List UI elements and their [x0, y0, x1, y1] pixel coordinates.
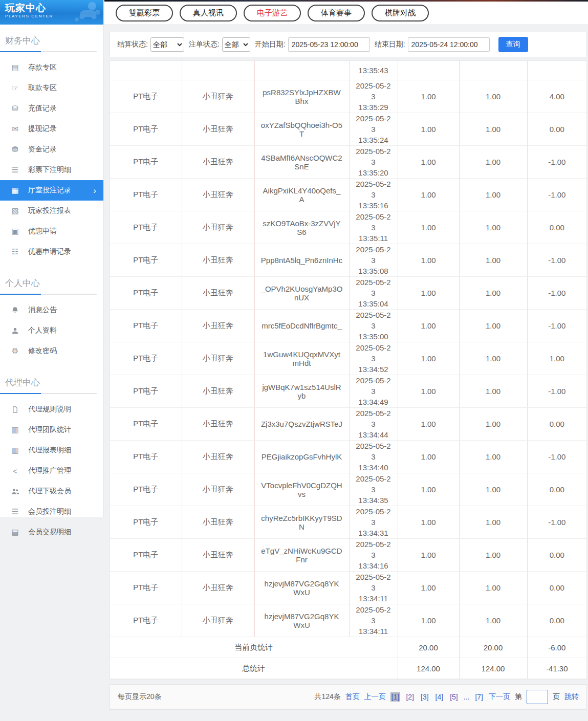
cell-order: szKO9TAoBx-3zZVVjYS6 [254, 211, 349, 244]
page-link-3[interactable]: [3] [420, 692, 430, 702]
cell-bet: 1.00 [398, 539, 459, 572]
first-page-link[interactable]: 首页 [345, 692, 360, 702]
time-clock: 13:35:04 [356, 298, 391, 309]
sidebar-item-label: 代理规则说明 [28, 405, 71, 414]
start-date-input[interactable] [288, 37, 370, 52]
table-row: PT电子小丑狂奔szKO9TAoBx-3zZVVjYS62025-05-2313… [110, 211, 586, 244]
cell-bet: 1.00 [398, 375, 459, 408]
cell-order: mrc5fEoDcdNflrBgmtc_ [254, 310, 349, 342]
time-clock: 13:35:00 [356, 331, 391, 342]
cell-game: 小丑狂奔 [182, 473, 254, 506]
cell-bet: 1.00 [398, 572, 459, 604]
cell-time: 2025-05-2313:35:04 [349, 277, 398, 310]
sidebar-item-hall-bet-records[interactable]: ▦厅室投注记录› [0, 180, 103, 201]
total-stats-row: 总统计 124.00 124.00 -41.30 [110, 658, 586, 679]
tab-lottery[interactable]: 雙贏彩票 [116, 5, 173, 21]
sidebar-item-change-password[interactable]: ⚙修改密码 [0, 341, 103, 361]
cell-order: oxYZafSbQQhoei3h-O5T [254, 113, 349, 146]
page-link-4[interactable]: [4] [434, 692, 445, 702]
page-link-7[interactable]: [7] [474, 692, 484, 702]
sidebar-item-recharge-records[interactable]: ⛁充值记录 [0, 98, 103, 119]
share-icon: < [10, 467, 20, 475]
sidebar-item-profile[interactable]: 个人资料 [0, 320, 103, 341]
sidebar-item-agent-promotion[interactable]: <代理推广管理 [0, 461, 103, 481]
sidebar-item-member-trade-details[interactable]: ▤会员交易明细 [0, 522, 103, 542]
time-clock: 13:34:44 [356, 429, 391, 440]
page-link-5[interactable]: [5] [449, 692, 459, 702]
table-row: PT电子小丑狂奔Zj3x3u7QszvZtjwRSTeJ2025-05-2313… [110, 408, 586, 441]
cell-order: AikgPxiKL4Y40oQefs_A [254, 179, 349, 211]
sidebar-item-label: 充值记录 [28, 104, 57, 113]
end-date-input[interactable] [408, 37, 490, 52]
sidebar-item-label: 个人资料 [28, 326, 57, 335]
cell-valid: 1.00 [459, 375, 527, 408]
users-icon [10, 488, 20, 495]
cell-game: 小丑狂奔 [182, 539, 254, 572]
cell-game: 小丑狂奔 [182, 342, 254, 375]
cell-profit: -1.00 [527, 375, 586, 408]
sidebar-item-member-bet-details[interactable]: ☰会员投注明细 [0, 501, 103, 522]
order-status-select[interactable]: 全部 [222, 37, 250, 52]
cell-bet: 1.00 [398, 342, 459, 375]
sidebar-item-withdraw-zone[interactable]: ☞取款专区 [0, 78, 103, 98]
page-link-2[interactable]: [2] [405, 692, 415, 702]
settle-status-label: 结算状态: [117, 40, 148, 49]
jump-page-input[interactable] [527, 690, 548, 704]
page-stats-profit: -6.00 [527, 637, 586, 658]
tab-electronic[interactable]: 电子游艺 [244, 5, 301, 21]
cell-profit: -1.00 [527, 506, 586, 539]
sidebar-item-label: 存款专区 [28, 63, 57, 72]
cell-order: PEGjiaikzopGsFvhHylK [254, 441, 349, 473]
settle-status-select[interactable]: 全部 [150, 37, 184, 52]
sidebar-section-heading: 个人中心 [0, 274, 97, 295]
tab-board[interactable]: 棋牌对战 [372, 5, 429, 21]
tab-sports[interactable]: 体育赛事 [308, 5, 365, 21]
sidebar-item-promo-apply[interactable]: ▣优惠申请 [0, 221, 103, 242]
prev-page-link[interactable]: 上一页 [364, 692, 386, 702]
query-button[interactable]: 查询 [498, 37, 528, 52]
time-date: 2025-05-23 [356, 572, 391, 593]
total-stats-profit: -41.30 [527, 658, 586, 679]
cell-valid: 1.00 [459, 506, 527, 539]
cell-time: 2025-05-2313:35:08 [349, 244, 398, 277]
sidebar-item-agent-team-stats[interactable]: ▥代理团队统计 [0, 420, 103, 440]
sidebar-item-player-bet-report[interactable]: ▧玩家投注报表 [0, 201, 103, 221]
sidebar-item-messages[interactable]: 消息公告 [0, 300, 103, 320]
cell-game: 小丑狂奔 [182, 506, 254, 539]
page-link-1[interactable]: [1] [390, 692, 401, 702]
cell-valid [459, 61, 527, 80]
sidebar-item-agent-rules[interactable]: 代理规则说明 [0, 399, 103, 420]
cell-game: 小丑狂奔 [182, 441, 254, 473]
jump-button[interactable]: 跳转 [564, 692, 579, 702]
cell-order [254, 61, 349, 80]
cell-game: 小丑狂奔 [182, 179, 254, 211]
cell-valid: 1.00 [459, 604, 527, 637]
sidebar-item-promo-apply-records[interactable]: ☷优惠申请记录 [0, 242, 103, 262]
time-clock: 13:35:11 [356, 233, 391, 244]
sidebar-item-funds-records[interactable]: ⛃资金记录 [0, 139, 103, 160]
sidebar-item-agent-sub-members[interactable]: 代理下级会员 [0, 481, 103, 501]
sidebar-item-label: 玩家投注报表 [28, 206, 71, 215]
cell-bet [398, 61, 459, 80]
sidebar-item-agent-report-details[interactable]: ▥代理报表明细 [0, 440, 103, 461]
sidebar-item-lottery-bet-details[interactable]: ☰彩票下注明细 [0, 160, 103, 180]
cell-order: _OPVh2KUosgYaMp3OnUX [254, 277, 349, 310]
cell-game: 小丑狂奔 [182, 310, 254, 342]
cell-time: 2025-05-2313:35:16 [349, 179, 398, 211]
sidebar-item-deposit-zone[interactable]: ▤存款专区 [0, 57, 103, 78]
page-stats-valid: 20.00 [459, 637, 527, 658]
next-page-link[interactable]: 下一页 [489, 692, 510, 702]
sidebar-item-withdraw-records[interactable]: ✉提现记录 [0, 119, 103, 139]
cell-profit: 0.00 [527, 572, 586, 604]
cell-hall: PT电子 [110, 572, 182, 604]
cell-order: Zj3x3u7QszvZtjwRSTeJ [254, 408, 349, 441]
time-clock: 13:35:08 [356, 266, 391, 276]
bet-records-table: 13:35:43 PT电子小丑狂奔psR832SYlxJpHZXBWBhx202… [110, 61, 586, 679]
time-date: 2025-05-23 [356, 179, 391, 200]
cell-profit: -1.00 [527, 146, 586, 179]
tab-live[interactable]: 真人视讯 [180, 5, 237, 21]
table-row: PT电子小丑狂奔PEGjiaikzopGsFvhHylK2025-05-2313… [110, 441, 586, 473]
time-date: 2025-05-23 [356, 408, 391, 429]
cell-profit: 0.00 [527, 604, 586, 637]
cell-valid: 1.00 [459, 342, 527, 375]
